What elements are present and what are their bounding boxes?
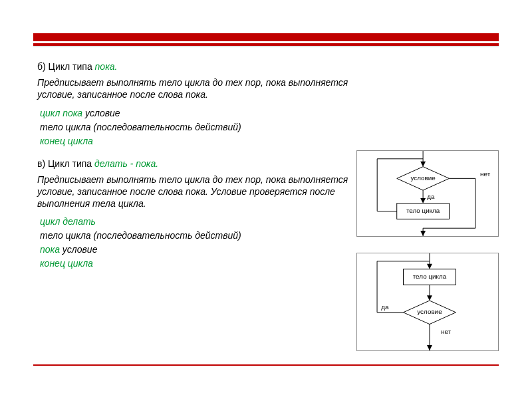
flow-body: тело цикла (406, 207, 440, 214)
flowchart-do-while: тело цикла условие да нет (356, 253, 499, 351)
svg-marker-4 (420, 198, 426, 203)
section-b-code: цикл пока условие тело цикла (последоват… (40, 106, 499, 148)
code-line: конец цикла (40, 134, 499, 148)
svg-marker-1 (420, 162, 426, 167)
rule-dark (33, 33, 499, 41)
flow-no: нет (480, 170, 491, 178)
section-b-keyword: пока. (95, 61, 118, 72)
code-line: цикл пока условие (40, 106, 499, 120)
flow-yes: да (381, 303, 389, 311)
flow-yes: да (427, 193, 435, 200)
section-c-prefix: в) Цикл типа (37, 158, 94, 169)
kw-cycle-while: цикл пока (40, 108, 82, 118)
kw-while: пока (40, 244, 60, 255)
bottom-rule (33, 364, 499, 366)
kw-condition: условие (82, 108, 120, 118)
flow-condition: условие (410, 174, 436, 182)
section-b-prefix: б) Цикл типа (37, 61, 95, 72)
kw-condition: условие (60, 244, 97, 255)
section-c-keyword: делать - пока. (94, 158, 158, 169)
svg-marker-10 (420, 231, 426, 236)
header-rule (33, 33, 499, 47)
slide-content: б) Цикл типа пока. Предписывает выполнят… (0, 0, 532, 300)
section-b-heading: б) Цикл типа пока. (37, 61, 499, 72)
rule-grey (33, 47, 499, 47)
flow-body: тело цикла (413, 273, 447, 280)
flowchart-while: условие да тело цикла нет (356, 150, 499, 237)
rule-light (33, 43, 499, 46)
section-b-description: Предписывает выполнять тело цикла до тех… (37, 76, 383, 100)
flow-no: нет (441, 328, 452, 335)
section-c-description: Предписывает выполнять тело цикла до тех… (37, 174, 376, 210)
svg-marker-19 (427, 345, 432, 350)
svg-marker-12 (427, 264, 432, 269)
code-line: тело цикла (последовательность действий) (40, 120, 499, 134)
svg-marker-15 (427, 295, 432, 301)
flow-condition: условие (417, 308, 442, 315)
